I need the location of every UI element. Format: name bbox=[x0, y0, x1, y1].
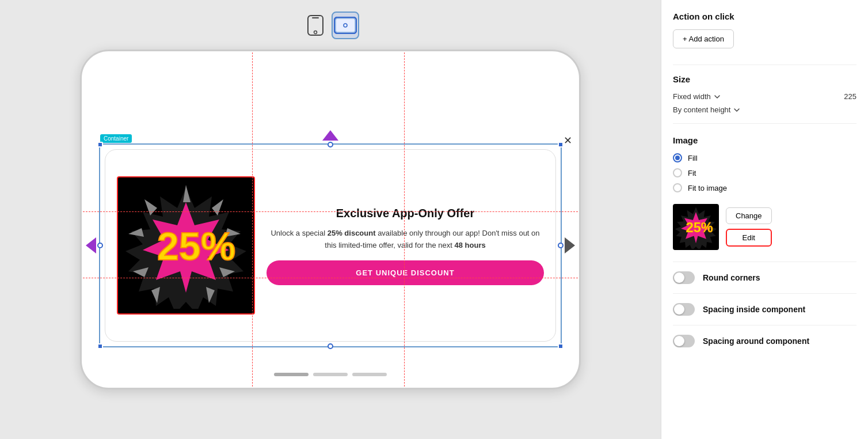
svg-point-2 bbox=[314, 31, 317, 34]
svg-rect-0 bbox=[308, 16, 323, 35]
image-action-buttons: Change Edit bbox=[726, 207, 772, 247]
handle-top-mid[interactable] bbox=[328, 142, 333, 147]
tablet-icon bbox=[334, 17, 357, 34]
spacing-around-toggle-thumb bbox=[674, 336, 684, 346]
guide-h2 bbox=[83, 278, 578, 278]
image-section: Image Fill Fit Fit to image bbox=[673, 135, 856, 250]
image-options-group: Fill Fit Fit to image bbox=[673, 153, 856, 192]
container-label: Container bbox=[100, 134, 132, 143]
add-action-button[interactable]: + Add action bbox=[673, 29, 734, 48]
fill-radio[interactable] bbox=[673, 153, 682, 162]
bottom-pill-2 bbox=[313, 373, 348, 376]
phone-bottom-bar bbox=[274, 373, 387, 376]
fit-label: Fit bbox=[688, 169, 696, 177]
phone-mockup: Container ✕ bbox=[80, 50, 581, 389]
spacing-inside-toggle-thumb bbox=[674, 304, 684, 315]
size-section-title: Size bbox=[673, 74, 856, 84]
guide-v1 bbox=[252, 52, 253, 387]
handle-top-right[interactable] bbox=[558, 142, 564, 147]
width-type-label: Fixed width bbox=[673, 92, 711, 101]
handle-mid-right[interactable] bbox=[558, 243, 564, 248]
handle-bottom-mid[interactable] bbox=[328, 343, 333, 349]
height-type-dropdown[interactable]: By content height bbox=[673, 105, 748, 114]
bottom-pill-1 bbox=[274, 373, 309, 376]
image-preview-row: 25% Change Edit bbox=[673, 204, 856, 250]
handle-bottom-right[interactable] bbox=[558, 343, 564, 349]
thumbnail-badge: 25% bbox=[674, 205, 718, 249]
round-corners-label: Round corners bbox=[703, 273, 760, 282]
chevron-down-icon-2 bbox=[733, 106, 741, 114]
canvas-area: Container ✕ bbox=[0, 0, 661, 439]
size-section: Size Fixed width 225 By content height bbox=[673, 74, 856, 114]
height-type-label: By content height bbox=[673, 105, 730, 114]
up-arrow[interactable] bbox=[322, 130, 338, 141]
selection-container[interactable]: Container ✕ bbox=[99, 143, 562, 347]
image-thumbnail: 25% bbox=[673, 204, 719, 250]
right-panel: Action on click + Add action Size Fixed … bbox=[661, 0, 868, 439]
svg-rect-1 bbox=[312, 17, 319, 18]
width-type-dropdown[interactable]: Fixed width bbox=[673, 92, 748, 101]
prev-arrow[interactable] bbox=[86, 237, 96, 253]
spacing-around-row: Spacing around component bbox=[673, 325, 856, 357]
fill-option[interactable]: Fill bbox=[673, 153, 856, 162]
handle-mid-left[interactable] bbox=[97, 243, 103, 248]
fit-to-image-label: Fit to image bbox=[688, 184, 727, 192]
close-selection-button[interactable]: ✕ bbox=[564, 134, 572, 147]
width-row: Fixed width 225 bbox=[673, 92, 856, 101]
change-image-button[interactable]: Change bbox=[726, 207, 772, 224]
bottom-pill-3 bbox=[352, 373, 387, 376]
guide-v2 bbox=[404, 52, 405, 387]
spacing-inside-label: Spacing inside component bbox=[703, 305, 805, 314]
fit-to-image-radio[interactable] bbox=[673, 183, 682, 192]
next-arrow[interactable] bbox=[565, 237, 575, 253]
round-corners-toggle[interactable] bbox=[673, 271, 695, 284]
spacing-inside-toggle[interactable] bbox=[673, 303, 695, 316]
tablet-view-button[interactable] bbox=[332, 12, 359, 39]
spacing-around-toggle[interactable] bbox=[673, 335, 695, 347]
guide-h1 bbox=[83, 211, 578, 212]
spacing-around-label: Spacing around component bbox=[703, 336, 809, 346]
edit-image-button[interactable]: Edit bbox=[726, 229, 772, 247]
action-section: Action on click + Add action bbox=[673, 12, 856, 48]
handle-bottom-left[interactable] bbox=[97, 343, 103, 349]
add-action-label: + Add action bbox=[683, 35, 724, 43]
image-section-title: Image bbox=[673, 135, 856, 145]
fit-to-image-option[interactable]: Fit to image bbox=[673, 183, 856, 192]
section-divider-2 bbox=[673, 123, 856, 124]
height-row: By content height bbox=[673, 105, 856, 114]
phone-icon bbox=[307, 15, 323, 36]
view-toolbar bbox=[302, 12, 359, 39]
width-value: 225 bbox=[844, 92, 856, 101]
action-section-title: Action on click bbox=[673, 12, 856, 21]
section-divider-1 bbox=[673, 65, 856, 65]
spacing-inside-row: Spacing inside component bbox=[673, 293, 856, 325]
round-corners-toggle-thumb bbox=[674, 273, 684, 283]
handle-top-left[interactable] bbox=[97, 142, 103, 147]
svg-rect-3 bbox=[334, 17, 356, 33]
chevron-down-icon bbox=[713, 93, 721, 101]
round-corners-row: Round corners bbox=[673, 262, 856, 293]
svg-text:25%: 25% bbox=[686, 220, 713, 235]
fit-option[interactable]: Fit bbox=[673, 168, 856, 177]
mobile-view-button[interactable] bbox=[302, 12, 329, 39]
fill-radio-dot bbox=[675, 156, 680, 160]
fill-label: Fill bbox=[688, 154, 698, 162]
fit-radio[interactable] bbox=[673, 168, 682, 177]
